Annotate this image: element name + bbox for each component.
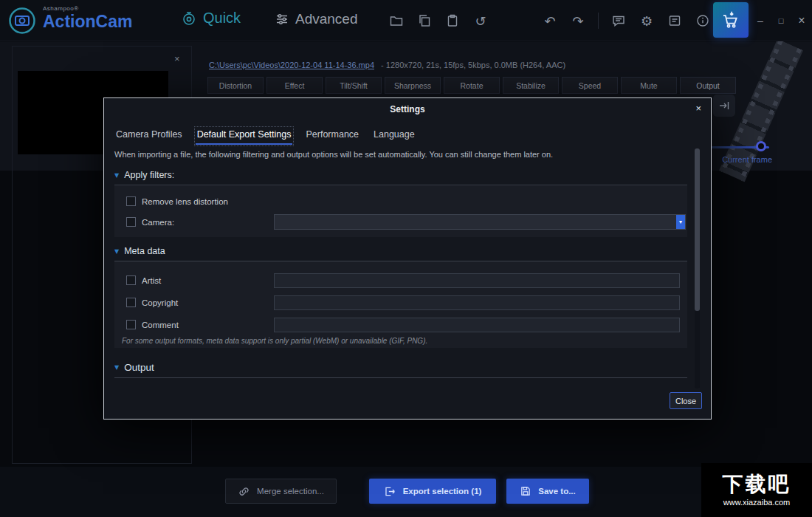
merge-selection-button[interactable]: Merge selection...	[225, 479, 337, 504]
copyright-input[interactable]	[274, 295, 680, 310]
toolbar: ↺ ↶ ↷ ⚙	[382, 0, 717, 41]
frame-tool-button[interactable]	[713, 95, 735, 117]
watermark-url: www.xiazaiba.com	[723, 498, 790, 507]
meta-data-title: Meta data	[124, 246, 165, 256]
settings-button[interactable]: ⚙	[633, 0, 661, 41]
toolbar-divider	[598, 13, 599, 29]
watermark-title: 下载吧	[723, 473, 791, 496]
comment-row: Comment	[126, 320, 179, 329]
settings-dialog: Settings × Camera Profiles Default Expor…	[103, 97, 712, 420]
copy-button[interactable]	[410, 0, 438, 41]
dialog-close-icon[interactable]: ×	[692, 101, 705, 115]
note-icon	[667, 13, 682, 28]
apply-filters-title: Apply filters:	[124, 170, 174, 180]
copyright-checkbox[interactable]	[126, 298, 136, 307]
titlebar: Ashampoo® ActionCam Quick Advanced	[0, 0, 812, 41]
comment-input[interactable]	[274, 318, 680, 332]
tab-stabilize[interactable]: Stabilize	[503, 77, 559, 94]
clip-close-icon[interactable]: ×	[171, 52, 183, 66]
tab-sharpness[interactable]: Sharpness	[385, 77, 441, 94]
brand: Ashampoo® ActionCam	[43, 5, 132, 32]
save-icon	[520, 485, 531, 497]
dropdown-arrow-icon[interactable]: ▾	[676, 215, 685, 229]
file-info-row: C:\Users\pc\Videos\2020-12-04 11-14-36.m…	[209, 61, 565, 69]
remove-lens-distortion-checkbox[interactable]	[126, 196, 136, 206]
tab-mute[interactable]: Mute	[621, 77, 677, 94]
tab-performance[interactable]: Performance	[304, 128, 360, 145]
tab-output[interactable]: Output	[680, 77, 736, 94]
link-icon	[238, 485, 250, 498]
chevron-down-icon: ▼	[114, 248, 119, 255]
window-controls: – □ ×	[750, 0, 812, 41]
brand-vendor: Ashampoo®	[43, 5, 132, 12]
watermark: 下载吧 www.xiazaiba.com	[701, 463, 812, 517]
tab-effect[interactable]: Effect	[266, 77, 323, 94]
gear-icon: ⚙	[641, 13, 653, 29]
export-selection-button[interactable]: Export selection (1)	[369, 479, 496, 504]
artist-input[interactable]	[274, 273, 680, 288]
reset-button[interactable]: ↺	[467, 0, 495, 41]
redo-button[interactable]: ↷	[564, 0, 592, 41]
brand-app-name: ActionCam	[43, 12, 132, 32]
merge-selection-label: Merge selection...	[257, 487, 324, 496]
chat-icon	[611, 13, 626, 28]
file-path-link[interactable]: C:\Users\pc\Videos\2020-12-04 11-14-36.m…	[209, 61, 374, 69]
save-to-label: Save to...	[538, 487, 576, 496]
minimize-button[interactable]: –	[750, 0, 771, 41]
camera-row: Camera:	[126, 217, 174, 227]
notes-button[interactable]	[661, 0, 689, 41]
tab-language[interactable]: Language	[372, 128, 416, 145]
dialog-title: Settings	[104, 104, 711, 114]
slider-knob[interactable]	[756, 141, 766, 151]
maximize-button[interactable]: □	[771, 0, 791, 41]
camera-checkbox[interactable]	[126, 217, 136, 227]
camera-select[interactable]: ▾	[274, 214, 686, 230]
frame-arrow-icon	[718, 100, 730, 112]
tab-quick[interactable]: Quick	[181, 10, 241, 27]
current-frame-label: Current frame	[703, 155, 772, 164]
tab-speed[interactable]: Speed	[562, 77, 618, 94]
dialog-scrollbar-thumb[interactable]	[695, 148, 700, 311]
remove-lens-distortion-label: Remove lens distortion	[142, 197, 228, 206]
paste-button[interactable]	[438, 0, 467, 41]
tab-advanced-label: Advanced	[295, 11, 358, 27]
save-to-button[interactable]: Save to...	[506, 479, 589, 504]
settings-description: When importing a file, the following fil…	[114, 150, 553, 159]
output-title: Output	[124, 362, 154, 373]
copy-icon	[417, 13, 432, 28]
folder-icon	[389, 13, 404, 28]
section-apply-filters-header[interactable]: ▼ Apply filters:	[114, 170, 174, 180]
undo-icon: ↶	[544, 13, 555, 29]
comment-checkbox[interactable]	[126, 320, 136, 329]
redo-icon: ↷	[572, 13, 583, 29]
actioncam-logo-icon	[7, 6, 37, 35]
section-divider	[114, 185, 687, 185]
app-logo	[7, 6, 37, 35]
tab-advanced[interactable]: Advanced	[275, 11, 358, 27]
artist-checkbox[interactable]	[126, 275, 136, 285]
info-icon	[695, 13, 710, 28]
reset-icon: ↺	[475, 13, 486, 29]
buy-button[interactable]	[713, 2, 749, 38]
meta-data-note: For some output formats, meta data suppo…	[122, 337, 427, 345]
chevron-down-icon: ▼	[114, 172, 119, 179]
close-button[interactable]: ×	[791, 0, 812, 41]
tab-distortion[interactable]: Distortion	[207, 77, 264, 94]
section-output-header[interactable]: ▼ Output	[114, 362, 154, 373]
undo-button[interactable]: ↶	[536, 0, 564, 41]
feedback-button[interactable]	[605, 0, 633, 41]
section-meta-data-header[interactable]: ▼ Meta data	[114, 246, 165, 256]
tab-rotate[interactable]: Rotate	[444, 77, 500, 94]
export-selection-label: Export selection (1)	[403, 487, 482, 496]
tab-default-export-settings[interactable]: Default Export Settings	[196, 128, 293, 145]
tab-quick-label: Quick	[203, 10, 241, 27]
copyright-row: Copyright	[126, 298, 178, 307]
remove-lens-distortion-row: Remove lens distortion	[126, 196, 228, 206]
dialog-scrollbar[interactable]	[695, 148, 700, 388]
artist-label: Artist	[142, 276, 161, 285]
open-folder-button[interactable]	[382, 0, 410, 41]
tab-camera-profiles[interactable]: Camera Profiles	[114, 128, 184, 145]
dialog-close-button[interactable]: Close	[670, 392, 702, 409]
tab-tilt-shift[interactable]: Tilt/Shift	[326, 77, 382, 94]
file-metadata: - 1280x720, 21s, 15fps, 5kbps, 0.0MB (H2…	[381, 61, 565, 69]
